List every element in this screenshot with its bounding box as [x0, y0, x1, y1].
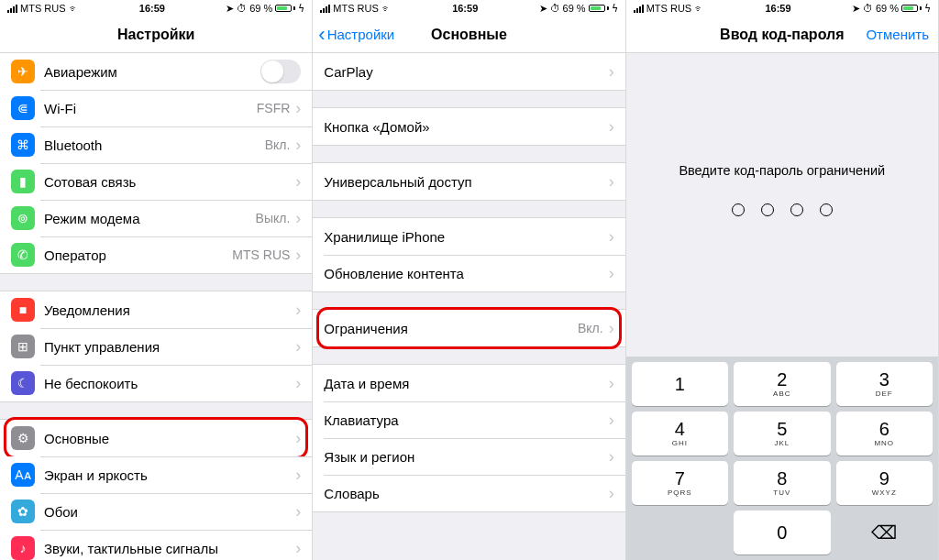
- battery-icon: [275, 5, 295, 12]
- general-row[interactable]: Словарь›: [313, 475, 624, 511]
- chevron-right-icon: ›: [295, 209, 301, 228]
- alarm-icon: ⏱: [550, 3, 560, 14]
- key-letters: DEF: [876, 390, 893, 398]
- carrier-label: MTS RUS: [333, 3, 379, 14]
- passcode-prompt: Введите код-пароль ограничений: [626, 163, 938, 178]
- nav-bar: Ввод код-пароля Отменить: [626, 16, 938, 53]
- signal-icon: [7, 5, 17, 13]
- key-letters: ABC: [773, 390, 790, 398]
- key-letters: PQRS: [668, 489, 692, 497]
- keypad-key-2[interactable]: 2ABC: [734, 362, 830, 406]
- key-number: 2: [777, 370, 787, 389]
- general-row[interactable]: CarPlay›: [313, 53, 624, 90]
- chevron-right-icon: ›: [609, 62, 614, 82]
- keypad-key-7[interactable]: 7PQRS: [632, 461, 728, 505]
- key-number: 3: [879, 370, 889, 389]
- settings-row-airplane[interactable]: ✈Авиарежим: [0, 53, 312, 90]
- settings-list[interactable]: ✈Авиарежим⋐Wi-FiFSFR›⌘BluetoothВкл.›▮Сот…: [0, 53, 312, 560]
- status-time: 16:59: [765, 3, 790, 14]
- row-value: MTS RUS: [232, 247, 290, 262]
- signal-icon: [634, 5, 644, 13]
- row-label: Режим модема: [44, 211, 256, 226]
- status-bar: MTS RUS ᯤ 16:59 ➤ ⏱ 69 % ϟ: [0, 0, 312, 16]
- chevron-right-icon: ›: [295, 301, 301, 320]
- pane-passcode: MTS RUS ᯤ 16:59 ➤ ⏱ 69 % ϟ Ввод код-паро…: [626, 0, 939, 560]
- settings-row-sounds[interactable]: ♪Звуки, тактильные сигналы›: [0, 530, 312, 560]
- general-row[interactable]: Язык и регион›: [313, 438, 624, 475]
- chevron-right-icon: ›: [295, 136, 301, 155]
- settings-row-wallpaper[interactable]: ✿Обои›: [0, 493, 312, 530]
- page-title: Ввод код-пароля: [720, 27, 844, 43]
- chevron-right-icon: ›: [295, 246, 301, 265]
- row-label: Словарь: [324, 486, 608, 501]
- row-value: Вкл.: [578, 321, 603, 335]
- general-row[interactable]: Обновление контента›: [313, 255, 624, 291]
- key-number: 8: [777, 469, 787, 488]
- row-label: Авиарежим: [44, 64, 260, 80]
- keypad-key-9[interactable]: 9WXYZ: [836, 461, 933, 505]
- location-icon: ➤: [226, 3, 234, 15]
- chevron-right-icon: ›: [609, 319, 614, 338]
- status-time: 16:59: [452, 3, 478, 14]
- wifi-icon: ᯤ: [69, 3, 79, 14]
- keypad-key-1[interactable]: 1: [632, 362, 728, 406]
- battery-icon: [589, 5, 609, 12]
- row-label: Bluetooth: [44, 137, 265, 153]
- passcode-dot: [820, 203, 833, 216]
- chevron-right-icon: ›: [609, 117, 614, 137]
- general-list[interactable]: CarPlay›Кнопка «Домой»›Универсальный дос…: [313, 53, 624, 560]
- chevron-right-icon: ›: [295, 539, 301, 558]
- settings-row-bluetooth[interactable]: ⌘BluetoothВкл.›: [0, 126, 312, 163]
- toggle-switch[interactable]: [260, 60, 301, 83]
- settings-row-display[interactable]: AᴀЭкран и яркость›: [0, 456, 312, 493]
- key-number: 4: [675, 420, 685, 438]
- settings-row-carrier[interactable]: ✆ОператорMTS RUS›: [0, 236, 312, 273]
- airplane-icon: ✈: [11, 60, 35, 83]
- page-title: Настройки: [117, 27, 194, 43]
- settings-row-cellular[interactable]: ▮Сотовая связь›: [0, 163, 312, 200]
- key-number: 9: [879, 469, 889, 488]
- status-bar: MTS RUS ᯤ 16:59 ➤ ⏱ 69 % ϟ: [313, 0, 624, 16]
- settings-row-wifi[interactable]: ⋐Wi-FiFSFR›: [0, 90, 312, 126]
- settings-row-dnd[interactable]: ☾Не беспокоить›: [0, 365, 312, 401]
- settings-row-general[interactable]: ⚙Основные›: [0, 420, 312, 456]
- sounds-icon: ♪: [11, 536, 35, 560]
- charging-icon: ϟ: [612, 3, 618, 15]
- general-row[interactable]: Кнопка «Домой»›: [313, 108, 624, 145]
- row-label: Обновление контента: [324, 266, 608, 281]
- key-letters: JKL: [774, 439, 790, 447]
- cancel-button[interactable]: Отменить: [866, 27, 929, 42]
- row-label: Язык и регион: [324, 449, 608, 465]
- row-label: Звуки, тактильные сигналы: [44, 541, 295, 556]
- general-row[interactable]: Дата и время›: [313, 365, 624, 401]
- key-number: 0: [777, 523, 787, 542]
- passcode-dot: [761, 203, 774, 216]
- chevron-right-icon: ›: [295, 172, 301, 192]
- keypad-key-5[interactable]: 5JKL: [734, 412, 830, 456]
- battery-pct: 69 %: [563, 3, 586, 14]
- back-button[interactable]: ‹ Настройки: [318, 23, 394, 47]
- chevron-left-icon: ‹: [318, 23, 325, 47]
- keypad-delete[interactable]: ⌫: [836, 511, 933, 555]
- general-row[interactable]: Универсальный доступ›: [313, 163, 624, 200]
- row-label: Уведомления: [44, 302, 295, 318]
- chevron-right-icon: ›: [609, 447, 614, 467]
- keypad-key-8[interactable]: 8TUV: [734, 461, 830, 505]
- general-row[interactable]: Клавиатура›: [313, 401, 624, 438]
- settings-row-control[interactable]: ⊞Пункт управления›: [0, 328, 312, 365]
- settings-row-notifications[interactable]: ■Уведомления›: [0, 291, 312, 328]
- pane-settings: MTS RUS ᯤ 16:59 ➤ ⏱ 69 % ϟ Настройки ✈Ав…: [0, 0, 313, 560]
- row-label: Сотовая связь: [44, 174, 295, 190]
- keypad-key-0[interactable]: 0: [734, 511, 830, 555]
- general-row[interactable]: Хранилище iPhone›: [313, 218, 624, 255]
- general-row[interactable]: ОграниченияВкл.›: [313, 310, 624, 346]
- keypad-key-3[interactable]: 3DEF: [836, 362, 933, 406]
- keypad-key-4[interactable]: 4GHI: [632, 412, 728, 456]
- settings-row-hotspot[interactable]: ⊚Режим модемаВыкл.›: [0, 200, 312, 236]
- wifi-icon: ᯤ: [381, 3, 392, 14]
- row-label: Основные: [44, 431, 295, 446]
- battery-pct: 69 %: [876, 3, 899, 14]
- keypad-key-6[interactable]: 6MNO: [836, 412, 933, 456]
- passcode-dots: [626, 203, 938, 216]
- location-icon: ➤: [539, 3, 547, 15]
